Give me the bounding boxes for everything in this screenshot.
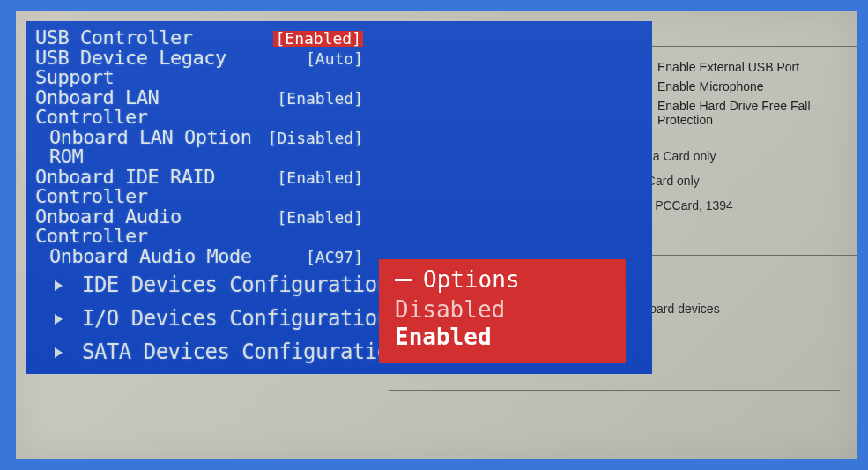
submenu-label: IDE Devices Configuration <box>82 272 389 297</box>
triangle-right-icon <box>55 314 63 325</box>
bios-item-label: USB Device Legacy Support <box>35 48 306 87</box>
bios-item-label: Onboard Audio Controller <box>35 207 277 246</box>
bios-item-value: [Enabled] <box>277 91 363 107</box>
options-popup: Options Disabled Enabled <box>379 259 626 363</box>
checkbox-label: Enable Hard Drive Free Fall Protection <box>657 99 861 127</box>
checkbox-label: Enable External USB Port <box>657 60 799 74</box>
bios-item-usb-legacy[interactable]: USB Device Legacy Support [Auto] <box>35 48 363 87</box>
triangle-right-icon <box>55 280 63 291</box>
popup-title-row: Options <box>395 266 610 293</box>
bios-item-value: [AC97] <box>306 250 363 265</box>
triangle-right-icon <box>55 347 63 358</box>
checkbox-label: Enable Microphone <box>657 79 764 93</box>
bios-item-label: Onboard LAN Option ROM <box>35 128 268 167</box>
checkbox-col-right: Enable External USB Port Enable Micropho… <box>641 57 861 130</box>
option-enabled[interactable]: Enabled <box>395 324 610 351</box>
option-disabled[interactable]: Disabled <box>395 296 610 324</box>
bios-item-value: [Disabled] <box>268 131 363 146</box>
bios-item-value: [Enabled] <box>277 170 363 186</box>
bios-item-value: [Enabled] <box>277 210 363 226</box>
bios-item-lan-controller[interactable]: Onboard LAN Controller [Enabled] <box>35 88 363 127</box>
submenu-label: I/O Devices Configuration <box>82 306 389 331</box>
dash-icon <box>395 279 412 281</box>
bios-item-audio-mode[interactable]: Onboard Audio Mode [AC97] <box>35 247 363 266</box>
bottom-divider <box>389 390 840 391</box>
bios-item-label: USB Controller <box>35 28 192 48</box>
secondary-bios-panel: Miscellaneous Devices Enable Internal Mo… <box>16 11 857 459</box>
bios-item-audio-controller[interactable]: Onboard Audio Controller [Enabled] <box>35 207 363 246</box>
bios-item-label: Onboard LAN Controller <box>35 88 277 127</box>
check-microphone[interactable]: Enable Microphone <box>641 77 861 96</box>
check-free-fall[interactable]: Enable Hard Drive Free Fall Protection <box>641 96 861 130</box>
bios-item-label: Onboard IDE RAID Controller <box>35 168 277 206</box>
submenu-label: SATA Devices Configuration <box>82 339 402 364</box>
bios-item-value: [Enabled] <box>273 31 363 47</box>
bios-item-ide-raid[interactable]: Onboard IDE RAID Controller [Enabled] <box>35 168 363 206</box>
bios-item-usb-controller[interactable]: USB Controller [Enabled] <box>35 28 363 48</box>
bios-item-label: Onboard Audio Mode <box>35 247 251 266</box>
bios-item-value: [Auto] <box>306 51 363 67</box>
popup-title: Options <box>423 266 520 293</box>
check-external-usb[interactable]: Enable External USB Port <box>641 57 861 77</box>
bios-item-lan-option-rom[interactable]: Onboard LAN Option ROM [Disabled] <box>35 128 363 167</box>
